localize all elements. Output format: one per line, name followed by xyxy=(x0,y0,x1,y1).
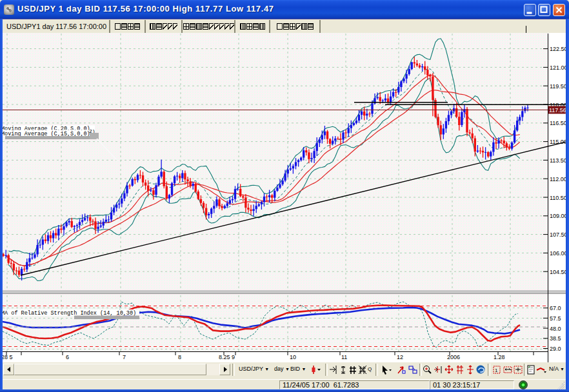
svg-text:11: 11 xyxy=(341,354,347,360)
svg-text:112.00: 112.00 xyxy=(550,176,567,182)
svg-text:2006: 2006 xyxy=(447,354,460,360)
svg-text:117.56: 117.56 xyxy=(549,107,566,113)
svg-text:115.00: 115.00 xyxy=(550,139,567,145)
svg-text:29.0: 29.0 xyxy=(550,346,561,352)
svg-text:122.50: 122.50 xyxy=(550,46,568,52)
svg-text:67.0: 67.0 xyxy=(550,305,561,311)
svg-text:12: 12 xyxy=(397,354,403,360)
svg-text:8: 8 xyxy=(178,354,181,360)
svg-text:116.50: 116.50 xyxy=(550,120,567,126)
svg-text:121.00: 121.00 xyxy=(550,64,568,71)
svg-text:48.0: 48.0 xyxy=(550,326,561,332)
svg-text:106.00: 106.00 xyxy=(550,250,568,257)
svg-text:10: 10 xyxy=(290,354,296,360)
svg-text:109.00: 109.00 xyxy=(550,213,568,219)
svg-text:107.50: 107.50 xyxy=(550,231,568,238)
svg-text:28 5: 28 5 xyxy=(1,354,13,360)
svg-text:104.50: 104.50 xyxy=(550,269,568,275)
svg-text:1: 1 xyxy=(495,368,498,373)
svg-text:6: 6 xyxy=(66,354,69,360)
svg-text:113.50: 113.50 xyxy=(550,157,567,164)
svg-text:1.28: 1.28 xyxy=(494,354,505,360)
svg-text:110.50: 110.50 xyxy=(550,195,567,201)
svg-text:38.5: 38.5 xyxy=(550,335,561,342)
svg-text:57.5: 57.5 xyxy=(550,315,561,322)
svg-text:8.25 9: 8.25 9 xyxy=(219,354,235,360)
svg-text:119.50: 119.50 xyxy=(550,83,567,90)
svg-text:7: 7 xyxy=(123,354,126,360)
